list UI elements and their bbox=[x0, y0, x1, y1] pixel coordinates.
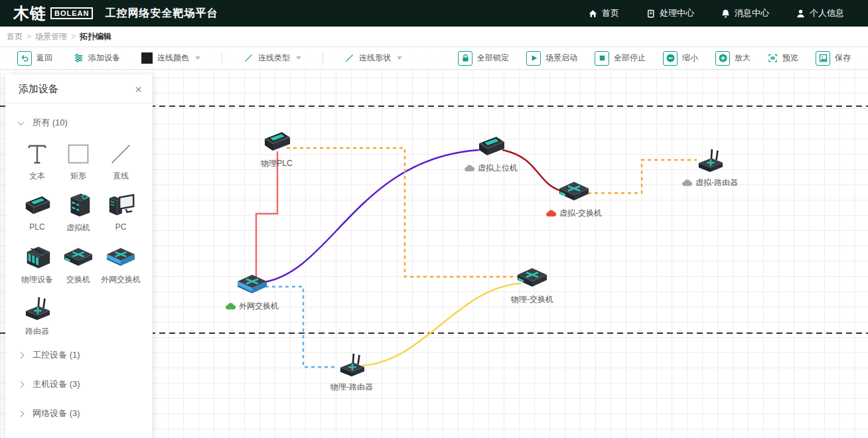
breadcrumb: 首页 > 场景管理 > 拓扑编辑 bbox=[0, 27, 868, 47]
back-button[interactable]: 返回 bbox=[17, 51, 52, 66]
text-tool-icon bbox=[22, 141, 52, 167]
nav-message-center[interactable]: 消息中心 bbox=[721, 7, 769, 19]
close-icon[interactable]: × bbox=[135, 83, 142, 96]
app-window: 木链 BOLEAN 工控网络安全靶场平台 首页 处理中心 消息中心 个人信息 bbox=[0, 0, 868, 438]
add-device-button[interactable]: 添加设备 bbox=[74, 52, 120, 64]
palette-item-rect[interactable]: 矩形 bbox=[60, 141, 97, 182]
line-color-swatch bbox=[141, 52, 153, 64]
preview-button[interactable]: 预览 bbox=[768, 52, 798, 64]
zoom-out-label: 缩小 bbox=[682, 52, 698, 64]
document-icon bbox=[646, 9, 656, 19]
chevron-down-icon bbox=[18, 119, 25, 125]
logo-badge: BOLEAN bbox=[50, 7, 93, 19]
stop-all-button[interactable]: 全部停止 bbox=[595, 51, 646, 66]
node-label: 虚拟-交换机 bbox=[559, 208, 602, 219]
palette-item-pc[interactable]: PC bbox=[101, 192, 141, 234]
palette-item-vm[interactable]: 虚拟机 bbox=[60, 192, 97, 234]
plc-icon bbox=[261, 129, 293, 155]
external-switch-icon bbox=[106, 244, 136, 271]
router-icon bbox=[694, 148, 726, 175]
section-all-label: 所有 (10) bbox=[33, 117, 68, 129]
palette-item-text[interactable]: 文本 bbox=[19, 141, 56, 182]
save-button[interactable]: 保存 bbox=[816, 51, 851, 66]
cloud-status-icon bbox=[465, 165, 474, 172]
lock-all-button[interactable]: 全部锁定 bbox=[458, 51, 509, 66]
node-virtual-router[interactable]: 虚拟-路由器 bbox=[667, 148, 753, 188]
zoom-in-label: 放大 bbox=[735, 52, 751, 64]
stop-all-label: 全部停止 bbox=[614, 52, 646, 64]
zoom-in-icon bbox=[715, 51, 730, 66]
nav-home[interactable]: 首页 bbox=[588, 7, 619, 19]
toolbar-divider bbox=[323, 52, 323, 64]
line-color-label: 连线颜色 bbox=[157, 52, 189, 64]
router-icon bbox=[336, 352, 368, 379]
nav-home-label: 首页 bbox=[602, 7, 619, 19]
panel-header: 添加设备 × bbox=[5, 74, 153, 104]
nav-profile[interactable]: 个人信息 bbox=[796, 7, 844, 19]
node-label: 物理-路由器 bbox=[330, 382, 373, 393]
palette-item-physical-device[interactable]: 物理设备 bbox=[19, 244, 56, 285]
palette-item-external-switch[interactable]: 外网交换机 bbox=[101, 244, 141, 285]
switch-icon bbox=[516, 265, 548, 291]
stop-icon bbox=[595, 51, 609, 66]
node-physical-switch[interactable]: 物理-交换机 bbox=[489, 265, 575, 305]
editor-toolbar: 返回 添加设备 连线颜色 连线类型 bbox=[0, 47, 868, 70]
node-external-switch[interactable]: 外网交换机 bbox=[209, 271, 295, 312]
palette-item-switch[interactable]: 交换机 bbox=[60, 244, 97, 285]
user-icon bbox=[796, 9, 806, 19]
save-label: 保存 bbox=[835, 52, 851, 64]
back-icon bbox=[17, 51, 32, 66]
section-ics-devices[interactable]: 工控设备 (1) bbox=[19, 349, 141, 361]
preview-label: 预览 bbox=[782, 52, 798, 64]
physical-device-icon bbox=[22, 244, 52, 271]
breadcrumb-scene-mgmt[interactable]: 场景管理 bbox=[35, 31, 67, 42]
node-label: 虚拟上位机 bbox=[478, 163, 518, 174]
vm-icon bbox=[63, 192, 94, 219]
section-host-devices[interactable]: 主机设备 (3) bbox=[19, 378, 141, 390]
node-physical-router[interactable]: 物理-路由器 bbox=[309, 352, 395, 393]
node-label: 虚拟-路由器 bbox=[695, 177, 738, 188]
switch-icon bbox=[63, 244, 94, 271]
node-label: 物理-交换机 bbox=[511, 294, 553, 305]
zoom-in-button[interactable]: 放大 bbox=[715, 51, 751, 66]
nav-process-center[interactable]: 处理中心 bbox=[646, 7, 694, 19]
line-type-dropdown[interactable]: 连线类型 bbox=[244, 52, 301, 64]
line-shape-dropdown[interactable]: 连线形状 bbox=[344, 52, 402, 64]
breadcrumb-home[interactable]: 首页 bbox=[7, 31, 23, 42]
node-virtual-switch[interactable]: 虚拟-交换机 bbox=[531, 179, 617, 219]
brand-logo: 木链 BOLEAN 工控网络安全靶场平台 bbox=[13, 3, 218, 24]
palette-item-line[interactable]: 直线 bbox=[101, 141, 141, 182]
nav-message-center-label: 消息中心 bbox=[735, 7, 769, 19]
scene-start-button[interactable]: 场景启动 bbox=[526, 51, 577, 66]
section-all-toggle[interactable]: 所有 (10) bbox=[19, 117, 141, 129]
node-physical-plc[interactable]: 物理PLC bbox=[234, 129, 320, 169]
section-network-devices[interactable]: 网络设备 (3) bbox=[19, 407, 141, 419]
nav-profile-label: 个人信息 bbox=[810, 7, 844, 19]
nav-process-center-label: 处理中心 bbox=[660, 7, 694, 19]
palette-item-plc[interactable]: PLC bbox=[19, 192, 56, 234]
line-type-label: 连线类型 bbox=[258, 52, 290, 64]
connection-plc-extswitch[interactable] bbox=[256, 151, 277, 279]
host-icon bbox=[475, 133, 507, 160]
collapsed-sections: 工控设备 (1) 主机设备 (3) 网络设备 (3) 安全设备 (0) bbox=[19, 349, 141, 438]
external-switch-icon bbox=[236, 271, 268, 298]
line-type-icon bbox=[244, 53, 253, 63]
node-label: 物理PLC bbox=[261, 158, 292, 169]
rect-tool-icon bbox=[63, 141, 94, 167]
scene-start-label: 场景启动 bbox=[545, 52, 577, 64]
cloud-status-icon bbox=[546, 210, 556, 217]
page-title: 工控网络安全靶场平台 bbox=[105, 7, 218, 21]
line-color-dropdown[interactable]: 连线颜色 bbox=[141, 52, 200, 64]
node-label: 外网交换机 bbox=[239, 301, 279, 312]
save-image-icon bbox=[816, 51, 830, 66]
plc-icon bbox=[22, 192, 52, 219]
connection-extswitch-virthost[interactable] bbox=[264, 150, 479, 282]
switch-icon bbox=[558, 179, 590, 205]
node-virtual-host[interactable]: 虚拟上位机 bbox=[448, 133, 534, 174]
sliders-icon bbox=[74, 53, 84, 63]
palette-item-router[interactable]: 路由器 bbox=[19, 296, 56, 337]
panel-title: 添加设备 bbox=[19, 83, 58, 96]
cloud-status-icon bbox=[226, 303, 236, 310]
chevron-down-icon bbox=[296, 56, 301, 60]
zoom-out-button[interactable]: 缩小 bbox=[663, 51, 698, 66]
